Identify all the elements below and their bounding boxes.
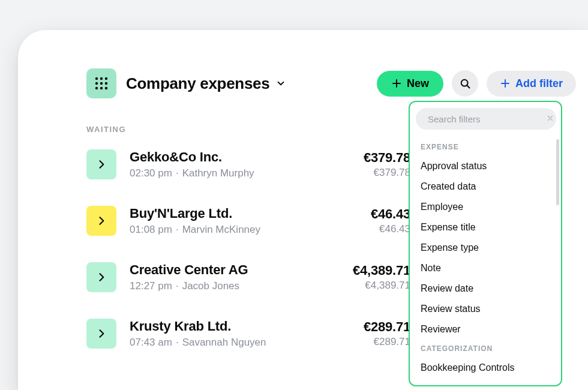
header-actions: New Add filter xyxy=(377,70,576,97)
row-title: Krusty Krab Ltd. xyxy=(130,319,350,334)
row-subtitle: 07:43 am·Savannah Nguyen xyxy=(130,337,350,349)
filter-option[interactable]: Review date xyxy=(421,278,554,299)
row-amount-secondary: €379.78 xyxy=(364,167,410,179)
plus-icon xyxy=(500,78,511,89)
filter-option[interactable]: Expense title xyxy=(421,217,554,238)
row-time: 12:27 pm xyxy=(130,280,172,292)
svg-point-6 xyxy=(95,87,98,89)
row-title: Gekko&Co Inc. xyxy=(130,149,350,165)
row-person: Kathryn Murphy xyxy=(182,167,254,179)
add-filter-label: Add filter xyxy=(515,77,563,90)
filter-option[interactable]: Employee xyxy=(421,197,554,217)
filter-group: EXPENSE Approval status Created data Emp… xyxy=(421,143,554,340)
search-button[interactable] xyxy=(452,70,478,97)
row-subtitle: 02:30 pm·Kathryn Murphy xyxy=(130,167,350,179)
row-subtitle: 12:27 pm·Jacob Jones xyxy=(130,280,340,292)
row-status-chip xyxy=(86,149,116,179)
header: Company expenses New Add filter xyxy=(86,68,588,98)
filter-search-input[interactable] xyxy=(428,114,542,124)
row-subtitle: 01:08 pm·Marvin McKinney xyxy=(130,224,358,236)
page-title-dropdown[interactable]: Company expenses xyxy=(126,74,286,93)
filter-group: CATEGORIZATION Bookkeeping Controls xyxy=(421,344,554,378)
filter-popover-body: EXPENSE Approval status Created data Emp… xyxy=(415,134,557,385)
search-icon xyxy=(459,77,471,89)
row-status-chip xyxy=(86,262,116,292)
svg-point-2 xyxy=(105,77,107,80)
filter-popover: EXPENSE Approval status Created data Emp… xyxy=(409,101,562,386)
row-amounts: €379.78 €379.78 xyxy=(364,150,410,179)
svg-point-8 xyxy=(105,87,107,89)
chevron-right-icon xyxy=(95,215,107,227)
content-area: Company expenses New Add filter WAITING xyxy=(86,68,588,390)
add-filter-button[interactable]: Add filter xyxy=(487,71,576,97)
row-amounts: €289.71 €289.71 xyxy=(364,319,410,348)
filter-option[interactable]: Review status xyxy=(421,299,554,319)
filter-option[interactable]: Approval status xyxy=(421,156,554,176)
svg-point-7 xyxy=(100,87,103,89)
filter-option[interactable]: Bookkeeping Controls xyxy=(421,358,554,378)
grid-dots-icon xyxy=(94,76,109,91)
svg-point-0 xyxy=(95,77,98,80)
chevron-right-icon xyxy=(95,328,107,340)
svg-point-3 xyxy=(95,82,98,85)
row-amount-secondary: €289.71 xyxy=(364,336,410,348)
filter-option[interactable]: Reviewer xyxy=(421,319,554,340)
row-person: Jacob Jones xyxy=(182,280,239,292)
svg-point-1 xyxy=(100,77,103,80)
page-title: Company expenses xyxy=(126,74,269,93)
row-amount-primary: €289.71 xyxy=(364,319,410,335)
row-amount-primary: €46.43 xyxy=(371,206,410,222)
filter-group-label: EXPENSE xyxy=(421,143,554,151)
row-time: 07:43 am xyxy=(130,337,172,348)
expense-row[interactable]: Gekko&Co Inc. 02:30 pm·Kathryn Murphy €3… xyxy=(86,149,410,179)
row-amounts: €4,389.71 €4,389.71 xyxy=(353,263,410,292)
row-title: Buy'N'Large Ltd. xyxy=(130,206,358,221)
chevron-down-icon xyxy=(275,78,286,89)
row-amount-secondary: €4,389.71 xyxy=(353,280,410,292)
row-amount-secondary: €46.43 xyxy=(371,223,410,235)
filter-search[interactable] xyxy=(416,108,556,130)
row-time: 01:08 pm xyxy=(130,224,172,235)
close-icon xyxy=(547,115,554,122)
row-main: Gekko&Co Inc. 02:30 pm·Kathryn Murphy xyxy=(130,149,350,179)
expense-list: Gekko&Co Inc. 02:30 pm·Kathryn Murphy €3… xyxy=(86,149,410,349)
popover-scrollbar[interactable] xyxy=(556,139,559,205)
new-button-label: New xyxy=(407,77,429,90)
plus-icon xyxy=(391,78,402,89)
row-main: Creative Center AG 12:27 pm·Jacob Jones xyxy=(130,262,340,292)
new-button[interactable]: New xyxy=(377,71,443,97)
row-amount-primary: €4,389.71 xyxy=(353,263,410,278)
row-amount-primary: €379.78 xyxy=(364,150,410,166)
row-main: Krusty Krab Ltd. 07:43 am·Savannah Nguye… xyxy=(130,319,350,349)
row-title: Creative Center AG xyxy=(130,262,340,278)
expense-row[interactable]: Buy'N'Large Ltd. 01:08 pm·Marvin McKinne… xyxy=(86,206,410,236)
svg-point-5 xyxy=(105,82,107,85)
row-amounts: €46.43 €46.43 xyxy=(371,206,410,235)
filter-option[interactable]: Note xyxy=(421,258,554,278)
app-window: Company expenses New Add filter WAITING xyxy=(18,30,588,390)
row-time: 02:30 pm xyxy=(130,167,172,179)
expense-row[interactable]: Krusty Krab Ltd. 07:43 am·Savannah Nguye… xyxy=(86,319,410,349)
chevron-right-icon xyxy=(95,271,107,283)
row-person: Savannah Nguyen xyxy=(182,337,266,348)
expense-row[interactable]: Creative Center AG 12:27 pm·Jacob Jones … xyxy=(86,262,410,292)
filter-option[interactable]: Expense type xyxy=(421,238,554,258)
row-status-chip xyxy=(86,319,116,349)
filter-group-label: CATEGORIZATION xyxy=(421,344,554,353)
svg-point-4 xyxy=(100,82,103,85)
row-main: Buy'N'Large Ltd. 01:08 pm·Marvin McKinne… xyxy=(130,206,358,236)
app-launcher-chip[interactable] xyxy=(86,68,116,98)
chevron-right-icon xyxy=(95,158,107,170)
row-status-chip xyxy=(86,206,116,236)
filter-option[interactable]: Created data xyxy=(421,176,554,197)
row-person: Marvin McKinney xyxy=(182,224,260,235)
clear-search-button[interactable] xyxy=(547,113,554,124)
